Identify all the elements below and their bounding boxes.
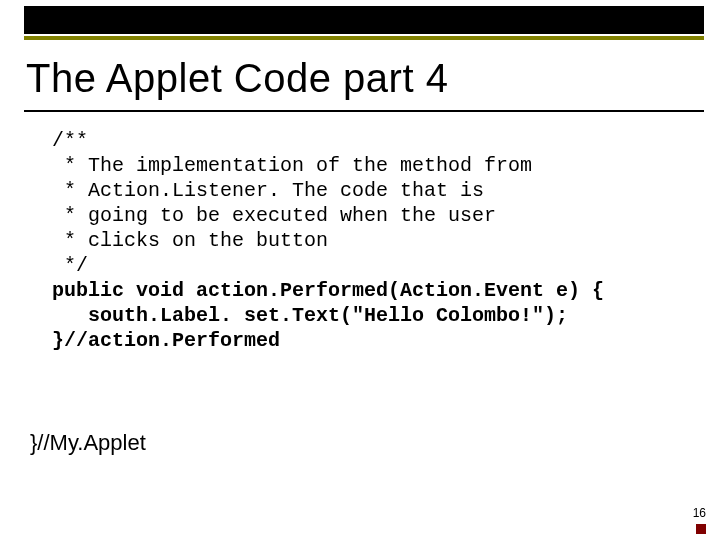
code-block: /** * The implementation of the method f… <box>52 128 680 353</box>
code-line: * The implementation of the method from <box>52 154 532 177</box>
header-bar <box>24 6 704 34</box>
class-closing: }//My.Applet <box>30 430 146 456</box>
code-line: */ <box>52 254 88 277</box>
page-number: 16 <box>693 506 706 520</box>
code-line-body: south.Label. set.Text("Hello Colombo!"); <box>52 304 568 327</box>
code-line: * going to be executed when the user <box>52 204 496 227</box>
header-accent-line <box>24 36 704 40</box>
code-line-end: }//action.Performed <box>52 329 280 352</box>
code-line: * clicks on the button <box>52 229 328 252</box>
page-title: The Applet Code part 4 <box>26 56 448 100</box>
title-underline <box>24 110 704 112</box>
code-line: /** <box>52 129 88 152</box>
code-line-signature: public void action.Performed(Action.Even… <box>52 279 604 302</box>
corner-accent-icon <box>696 524 706 534</box>
code-line: * Action.Listener. The code that is <box>52 179 484 202</box>
slide: The Applet Code part 4 /** * The impleme… <box>0 0 720 540</box>
